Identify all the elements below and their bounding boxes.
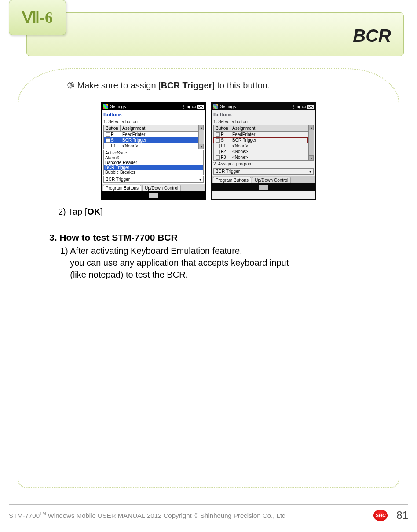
- tab-program-buttons[interactable]: Program Buttons: [213, 177, 251, 183]
- footer: STM-7700TM Windows Mobile USER MANUAL 20…: [9, 504, 408, 521]
- table-row-selected: SBCR Trigger: [104, 137, 198, 143]
- chevron-down-icon: ▾: [199, 177, 201, 182]
- screenshots-row: Settings ⋮⋮ ◀ ▭ OK Buttons 1. Select a b…: [45, 102, 372, 200]
- button-icon: [216, 150, 220, 154]
- button-icon: [216, 132, 220, 137]
- button-icon: [216, 155, 220, 160]
- sip-bar: [212, 183, 315, 191]
- step-3-text: ③ Make sure to assign [BCR Trigger] to t…: [67, 80, 372, 91]
- bottom-tabs: Program Buttons Up/Down Control: [102, 184, 205, 191]
- program-dropdown-list[interactable]: ActiveSync AlarmX Barcode Reader BCR Tri…: [103, 150, 204, 175]
- volume-icon: ◀: [187, 104, 190, 109]
- button-icon: [106, 138, 110, 143]
- button-table[interactable]: Button Assignment PFeedPrinter SBCR Trig…: [213, 125, 308, 161]
- table-row: F2<None>: [214, 149, 308, 154]
- col-button: Button: [214, 125, 230, 131]
- scrollbar[interactable]: ▴▾: [308, 125, 314, 161]
- shc-logo: SHC: [373, 510, 388, 521]
- signal-icon: ⋮⋮: [177, 104, 186, 109]
- chapter-tab: Ⅶ-6: [9, 0, 66, 35]
- label-select-button: 1. Select a button:: [102, 118, 205, 125]
- volume-icon: ◀: [297, 104, 300, 109]
- list-item[interactable]: ActiveSync: [104, 150, 203, 155]
- list-item[interactable]: Bubble Breaker: [104, 170, 203, 175]
- windows-flag-icon: [103, 104, 108, 109]
- keyboard-icon[interactable]: [259, 185, 268, 190]
- sip-bar: [102, 191, 205, 199]
- button-icon: [106, 132, 110, 137]
- list-item-selected[interactable]: BCR Trigger: [104, 165, 203, 170]
- step-marker: ③: [67, 81, 75, 90]
- section-3-heading: 3. How to test STM-7700 BCR: [49, 232, 372, 243]
- signal-icon: ⋮⋮: [287, 104, 296, 109]
- section-3: 3. How to test STM-7700 BCR 1) After act…: [49, 232, 372, 281]
- section-3-body: 1) After activating Keyboard Emulation f…: [60, 245, 372, 281]
- list-item[interactable]: Barcode Reader: [104, 160, 203, 165]
- scrollbar[interactable]: ▴▾: [198, 125, 204, 149]
- bottom-tabs: Program Buttons Up/Down Control: [212, 176, 315, 183]
- page-title: BCR: [353, 26, 391, 46]
- col-assignment: Assignment: [121, 125, 198, 131]
- battery-icon: ▭: [302, 104, 306, 109]
- label-assign-program: 2. Assign a program:: [212, 161, 315, 167]
- tab-updown-control[interactable]: Up/Down Control: [252, 177, 291, 183]
- content-box: ③ Make sure to assign [BCR Trigger] to t…: [18, 68, 399, 488]
- assign-combobox[interactable]: BCR Trigger▾: [213, 168, 314, 175]
- header-bar: BCR: [26, 12, 404, 56]
- ok-button[interactable]: OK: [197, 105, 204, 109]
- taskbar-status-icons: ⋮⋮ ◀ ▭ OK: [177, 104, 204, 109]
- tab-program-buttons[interactable]: Program Buttons: [103, 185, 141, 191]
- table-row: PFeedPrinter: [104, 132, 198, 137]
- taskbar: Settings ⋮⋮ ◀ ▭ OK: [102, 103, 205, 110]
- screen-title: Buttons: [102, 110, 205, 118]
- taskbar-status-icons: ⋮⋮ ◀ ▭ OK: [287, 104, 314, 109]
- taskbar-title: Settings: [220, 104, 236, 109]
- table-row-highlighted: SBCR Trigger: [214, 137, 308, 143]
- list-item[interactable]: AlarmX: [104, 155, 203, 160]
- table-row: PFeedPrinter: [214, 132, 308, 137]
- page-number: 81: [396, 509, 408, 521]
- table-row: F1<None>: [104, 143, 198, 149]
- button-icon: [216, 138, 220, 143]
- screenshot-right: Settings ⋮⋮ ◀ ▭ OK Buttons 1. Select a b…: [211, 102, 316, 200]
- windows-flag-icon: [213, 104, 218, 109]
- tab-updown-control[interactable]: Up/Down Control: [142, 185, 181, 191]
- label-select-button: 1. Select a button:: [212, 118, 315, 125]
- footer-text: STM-7700TM Windows Mobile USER MANUAL 20…: [9, 511, 285, 519]
- chevron-down-icon: ▾: [309, 169, 311, 174]
- col-assignment: Assignment: [230, 125, 308, 131]
- taskbar: Settings ⋮⋮ ◀ ▭ OK: [212, 103, 315, 110]
- battery-icon: ▭: [192, 104, 196, 109]
- taskbar-title: Settings: [110, 104, 126, 109]
- table-row: F3<None>: [214, 154, 308, 160]
- table-row: F1<None>: [214, 143, 308, 149]
- button-icon: [216, 144, 220, 148]
- col-button: Button: [104, 125, 121, 131]
- step-2-text: 2) Tap [OK]: [58, 207, 372, 217]
- screen-title: Buttons: [212, 110, 315, 118]
- button-icon: [106, 144, 110, 148]
- button-table[interactable]: Button Assignment PFeedPrinter SBCR Trig…: [103, 125, 198, 149]
- chapter-label: Ⅶ-6: [22, 8, 53, 27]
- keyboard-icon[interactable]: [149, 193, 158, 198]
- ok-button[interactable]: OK: [307, 105, 314, 109]
- screenshot-left: Settings ⋮⋮ ◀ ▭ OK Buttons 1. Select a b…: [101, 102, 206, 200]
- assign-combobox[interactable]: BCR Trigger▾: [103, 176, 204, 183]
